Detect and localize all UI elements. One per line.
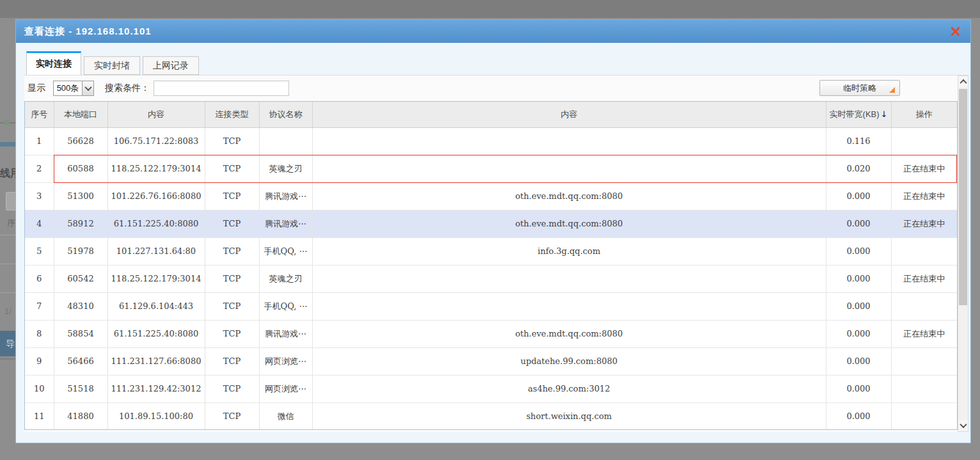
background-export-button: 导 [0,331,15,356]
cell-content: 61.129.6.104:443 [107,292,205,320]
cell-bandwidth: 0.000 [826,210,891,237]
cell-content: 101.227.131.64:80 [107,237,205,265]
cell-conn-type: TCP [205,347,259,375]
sort-down-icon: ↓ [881,109,888,119]
cell-protocol: 腾讯游戏⋯ [259,320,312,347]
tab-browsing-history[interactable]: 上网记录 [143,56,199,75]
cell-bandwidth: 0.020 [826,155,891,182]
cell-no: 8 [25,320,54,347]
cell-content2: short.weixin.qq.com [312,402,826,430]
table-row[interactable]: 74831061.129.6.104:443TCP手机QQ, ⋯0.000 [25,292,957,320]
table-row[interactable]: 956466111.231.127.66:8080TCP网页浏览⋯updateh… [25,347,957,375]
cell-action [891,347,957,375]
table-row[interactable]: 660542118.25.122.179:3014TCP英魂之刃0.000正在结… [25,265,957,292]
background-slider-line [0,122,15,123]
cell-content2 [312,292,826,320]
cell-conn-type: TCP [205,292,259,320]
tab-label: 实时连接 [36,58,72,70]
column-header[interactable]: 连接类型 [205,102,259,127]
cell-port: 41880 [54,402,107,430]
cell-no: 11 [25,402,54,430]
background-row-separator [0,292,15,293]
cell-no: 9 [25,347,54,375]
cell-action [891,375,957,402]
page-size-select[interactable]: 500条 [53,81,94,96]
temp-policy-label: 临时策略 [843,83,876,93]
chevron-down-icon [82,81,93,95]
cell-protocol: 腾讯游戏⋯ [259,210,312,237]
cell-content2 [312,127,826,155]
cell-action [891,237,957,265]
cell-bandwidth: 0.000 [826,182,891,210]
tab-label: 上网记录 [153,60,189,72]
cell-content2 [312,265,826,292]
column-header[interactable]: 序号 [25,102,54,127]
table-row[interactable]: 156628106.75.171.22:8083TCP0.116 [25,127,957,155]
background-slider-dot-icon [4,120,10,125]
cell-content: 101.89.15.100:80 [107,402,205,430]
table-row[interactable]: 351300101.226.76.166:8080TCP腾讯游戏⋯oth.eve… [25,182,957,210]
cell-no: 7 [25,292,54,320]
cell-bandwidth: 0.000 [826,375,891,402]
cell-conn-type: TCP [205,320,259,347]
temp-policy-button[interactable]: 临时策略 [819,80,900,96]
connections-panel: 显示 500条 搜索条件： 临时策略 [24,75,968,432]
cell-bandwidth: 0.000 [826,347,891,375]
table-row[interactable]: 45891261.151.225.40:8080TCP腾讯游戏⋯oth.eve.… [25,210,957,237]
chevron-up-icon [960,79,967,86]
cell-content2: as4he.99.com:3012 [312,375,826,402]
cell-port: 58912 [54,210,107,237]
cell-conn-type: TCP [205,237,259,265]
background-top-strip [0,0,980,18]
table-row[interactable]: 1141880101.89.15.100:80TCP微信short.weixin… [25,402,957,430]
tab-realtime-blocking[interactable]: 实时封堵 [84,56,140,75]
cell-port: 60588 [54,155,107,182]
background-input-fragment [6,192,16,210]
tab-realtime-connections[interactable]: 实时连接 [26,51,81,75]
vertical-scrollbar[interactable] [958,75,968,432]
connections-table-wrap: 序号本地端口内容连接类型协议名称内容实时带宽(KB)↓操作 156628106.… [24,101,958,430]
column-header[interactable]: 内容 [107,102,205,127]
cell-protocol: 手机QQ, ⋯ [259,237,312,265]
background-divider [0,358,15,360]
cell-content: 118.25.122.179:3014 [107,265,205,292]
chevron-down-icon [960,421,967,428]
table-row[interactable]: 1051518111.231.129.42:3012TCP网页浏览⋯as4he.… [25,375,957,402]
cell-action: 正在结束中 [891,182,957,210]
column-header[interactable]: 操作 [891,102,957,127]
cell-protocol: 微信 [259,402,312,430]
cell-port: 56628 [54,127,107,155]
cell-bandwidth: 0.000 [826,237,891,265]
column-header[interactable]: 内容 [312,102,826,127]
scrollbar-thumb[interactable] [959,89,967,305]
cell-protocol: 网页浏览⋯ [259,375,312,402]
cell-port: 51300 [54,182,107,210]
cell-bandwidth: 0.000 [826,320,891,347]
corner-fold-icon [889,87,895,93]
column-header[interactable]: 协议名称 [259,102,312,127]
cell-content2: oth.eve.mdt.qq.com:8080 [312,320,826,347]
table-row[interactable]: 260588118.25.122.179:3014TCP英魂之刃0.020正在结… [25,155,957,182]
search-input[interactable] [154,81,289,96]
background-page-indicator: 1/ [4,306,12,316]
column-header[interactable]: 本地端口 [54,102,107,127]
tab-label: 实时封堵 [94,60,130,72]
table-row[interactable]: 551978101.227.131.64:80TCP手机QQ, ⋯info.3g… [25,237,957,265]
page-size-value: 500条 [54,83,82,94]
display-label: 显示 [28,83,45,94]
cell-conn-type: TCP [205,265,259,292]
cell-action: 正在结束中 [891,265,957,292]
cell-bandwidth: 0.000 [826,402,891,430]
cell-content: 118.25.122.179:3014 [107,155,205,182]
cell-content2: updatehe.99.com:8080 [312,347,826,375]
column-header[interactable]: 实时带宽(KB)↓ [826,102,891,127]
cell-content: 61.151.225.40:8080 [107,210,205,237]
table-row[interactable]: 85885461.151.225.40:8080TCP腾讯游戏⋯oth.eve.… [25,320,957,347]
scroll-up-button[interactable] [958,76,968,88]
scroll-down-button[interactable] [958,420,968,431]
cell-port: 58854 [54,320,107,347]
cell-content: 101.226.76.166:8080 [107,182,205,210]
cell-port: 48310 [54,292,107,320]
close-icon[interactable]: × [949,25,962,38]
cell-protocol: 腾讯游戏⋯ [259,182,312,210]
